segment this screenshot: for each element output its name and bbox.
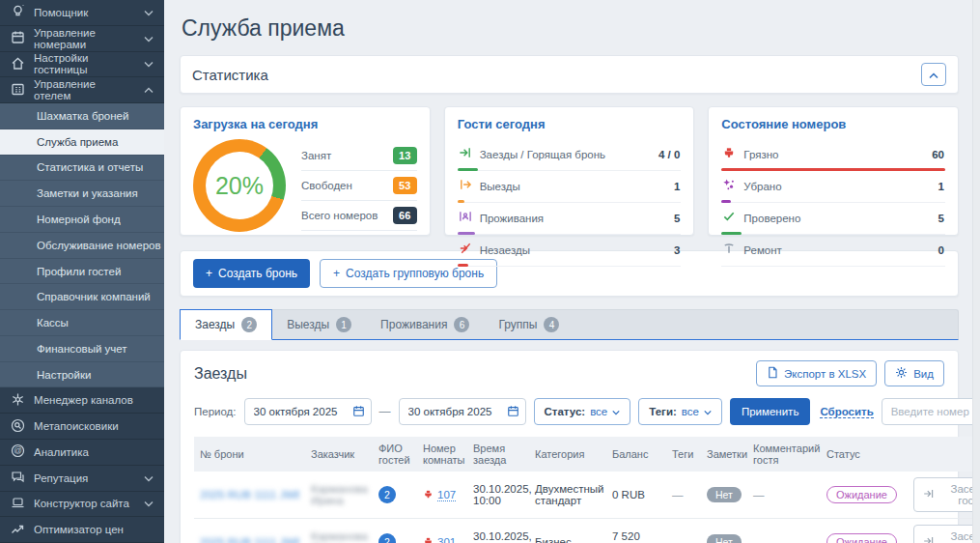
sidebar-subitem-label: Профили гостей [37,266,121,277]
lightbulb-icon [11,4,25,20]
guests-card-title: Гости сегодня [458,117,682,131]
no-shows-progress-bar [458,264,469,267]
sidebar-item-cash-desks[interactable]: Кассы [0,310,164,336]
tab-count-badge: 4 [544,317,559,332]
chevron-down-icon [144,472,154,484]
statistics-title: Статистика [192,67,268,83]
sidebar-item-price-optimizer[interactable]: Оптимизатор цен [0,517,164,543]
occupancy-card-title: Загрузка на сегодня [193,117,417,131]
room-number-link[interactable]: 107 [437,489,456,501]
analytics-icon: @ [11,443,25,460]
sidebar-item-hotel-settings[interactable]: Настройки гостиницы [0,52,164,78]
sidebar-item-label: Аналитика [34,446,89,458]
occupancy-donut-chart: 20% [193,139,286,232]
sidebar-item-room-management[interactable]: Управление номерами [0,26,164,52]
stay-icon [459,210,472,227]
status-filter-dropdown[interactable]: Статус: все [534,398,631,425]
guest-count-badge[interactable]: 2 [378,486,396,503]
customer-name: Карманова Ирина [311,530,367,543]
tab-departures[interactable]: Выезды 1 [272,310,366,339]
checkin-time: 30.10.2025, 18:00 [473,530,532,543]
sidebar-subitem-label: Настройки [37,369,91,381]
arrivals-table: № брони Заказчик ФИО гостей Номер комнат… [194,437,980,543]
occupancy-card: Загрузка на сегодня 20% Занят 13 Свободе… [180,106,431,236]
sidebar-item-site-builder[interactable]: Конструктор сайта [0,492,164,518]
stat-row-checked: Проверено 5 [721,203,945,235]
vertical-scrollbar[interactable] [972,0,980,543]
sidebar-item-assistant[interactable]: Помощник [0,0,164,26]
sidebar-item-label: Конструктор сайта [34,498,129,509]
sidebar-item-room-fund[interactable]: Номерной фонд [0,207,164,233]
tab-groups[interactable]: Группы 4 [484,310,574,339]
reset-filters-link[interactable]: Сбросить [820,406,873,418]
sidebar-item-analytics[interactable]: @ Аналитика [0,440,164,466]
occupied-count-badge: 13 [393,147,417,164]
arrivals-panel: Заезды Экспорт в XLSX Вид Период: — [180,350,959,543]
sidebar-subitem-label: Финансовый учет [37,343,127,355]
sidebar-item-finance[interactable]: Финансовый учет [0,336,164,362]
occupancy-percent: 20% [193,139,286,232]
sidebar-item-reputation[interactable]: Репутация [0,466,164,492]
grid-icon [11,82,25,99]
gear-icon [895,366,908,381]
sidebar-subitem-label: Статистика и отчеты [37,161,143,173]
sidebar-item-label: Менеджер каналов [34,394,133,406]
chevron-up-icon [144,84,154,96]
free-count-badge: 53 [393,177,417,194]
legend-row-total: Всего номеров 66 [301,201,417,231]
export-xlsx-button[interactable]: Экспорт в XLSX [756,360,877,386]
stat-row-arrivals: Заезды / Горящая бронь 4 / 0 [458,139,682,171]
legend-row-free: Свободен 53 [301,171,417,201]
view-settings-button[interactable]: Вид [884,360,944,386]
date-to-input[interactable] [399,398,526,425]
departure-icon [459,178,472,195]
chevron-down-icon [612,406,620,417]
sidebar-subitem-label: Служба приема [37,136,118,148]
room-number-link[interactable]: 301 [437,536,456,543]
guests-today-card: Гости сегодня Заезды / Горящая бронь 4 /… [444,106,695,236]
sidebar-item-stats-reports[interactable]: Статистика и отчеты [0,156,164,182]
total-count-badge: 66 [393,207,417,224]
sidebar-item-notes[interactable]: Заметки и указания [0,181,164,207]
room-category: Двухместный стандарт [535,483,604,506]
guest-comment: — [753,489,765,500]
tab-stays[interactable]: Проживания 6 [366,310,484,339]
calendar-icon [11,30,25,46]
sidebar-item-reception[interactable]: Служба приема [0,129,164,156]
apply-filters-button[interactable]: Применить [730,398,810,425]
sidebar-item-metasearch[interactable]: Метапоисковики [0,414,164,440]
tags-filter-dropdown[interactable]: Теги: все [638,398,722,425]
chevron-up-icon [929,68,938,82]
sidebar-item-settings[interactable]: Настройки [0,362,164,388]
sidebar-item-chessboard[interactable]: Шахматка броней [0,103,164,129]
booking-number-link[interactable]: 2025 RUB 1111 JWBC300 [200,489,299,500]
sidebar-item-hotel-management[interactable]: Управление отелем [0,77,164,103]
sidebar-item-label: Настройки гостиницы [34,52,135,75]
date-from-input[interactable] [244,398,372,425]
tags-value: — [672,489,684,500]
date-range-separator: — [379,405,391,418]
chevron-down-icon [144,58,154,70]
booking-number-link[interactable]: 2025 RUB 1111 JWBC305 [200,536,299,543]
chevron-down-icon [144,33,154,44]
guest-comment: — [753,536,765,543]
customer-name: Карманова Ирина [311,483,367,506]
status-badge: Ожидание [826,533,897,543]
sidebar-item-room-service[interactable]: Обслуживание номеров [0,233,164,259]
sidebar-item-guest-profiles[interactable]: Профили гостей [0,259,164,285]
settle-guests-button[interactable]: Заселить гостей [913,525,980,543]
tab-count-badge: 6 [454,317,469,332]
plus-icon: + [333,267,340,280]
search-input[interactable] [882,398,980,425]
sidebar-subitem-label: Справочник компаний [37,291,151,302]
tab-arrivals[interactable]: Заезды 2 [180,309,272,340]
sidebar-item-label: Управление отелем [34,78,135,101]
settle-guests-button[interactable]: Заселить гостей [913,477,980,512]
collapse-statistics-button[interactable] [921,63,946,86]
sidebar-item-companies[interactable]: Справочник компаний [0,284,164,310]
stat-row-dirty: Грязно 60 [721,139,945,171]
sidebar-item-channel-manager[interactable]: Менеджер каналов [0,387,164,414]
guest-count-badge[interactable]: 2 [378,533,396,543]
balance: 7 520 RUB [612,530,640,543]
create-booking-button[interactable]: + Создать бронь [193,259,310,288]
